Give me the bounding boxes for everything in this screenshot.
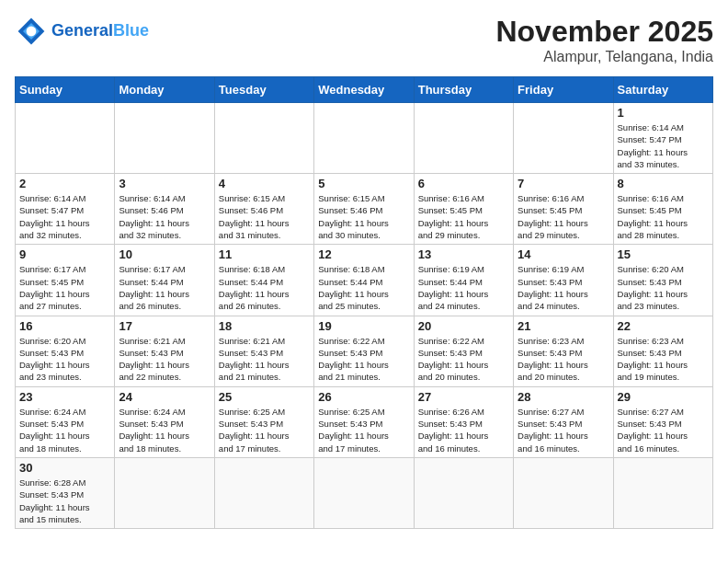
calendar-cell: 24Sunrise: 6:24 AM Sunset: 5:43 PM Dayli…: [115, 386, 214, 457]
day-info: Sunrise: 6:20 AM Sunset: 5:43 PM Dayligh…: [19, 335, 110, 384]
day-info: Sunrise: 6:18 AM Sunset: 5:44 PM Dayligh…: [219, 263, 310, 312]
day-info: Sunrise: 6:14 AM Sunset: 5:47 PM Dayligh…: [19, 192, 110, 241]
logo-blue: Blue: [113, 21, 149, 40]
day-info: Sunrise: 6:21 AM Sunset: 5:43 PM Dayligh…: [119, 335, 210, 384]
page-header: GeneralBlue November 2025 Alampur, Telan…: [15, 15, 713, 65]
calendar-cell: [414, 457, 513, 528]
day-info: Sunrise: 6:20 AM Sunset: 5:43 PM Dayligh…: [618, 263, 709, 312]
calendar-cell: [314, 457, 414, 528]
day-number: 20: [418, 319, 509, 333]
calendar-cell: 3Sunrise: 6:14 AM Sunset: 5:46 PM Daylig…: [115, 174, 214, 245]
day-info: Sunrise: 6:14 AM Sunset: 5:47 PM Dayligh…: [618, 121, 709, 170]
weekday-header: Sunday: [16, 77, 115, 103]
weekday-header: Friday: [514, 77, 613, 103]
day-number: 6: [418, 177, 509, 190]
calendar-cell: [115, 457, 214, 528]
calendar-cell: 30Sunrise: 6:28 AM Sunset: 5:43 PM Dayli…: [16, 457, 115, 528]
day-number: 7: [518, 177, 609, 190]
day-number: 17: [119, 319, 210, 333]
calendar-cell: 13Sunrise: 6:19 AM Sunset: 5:44 PM Dayli…: [414, 245, 513, 316]
svg-point-3: [27, 27, 37, 37]
day-number: 9: [19, 247, 110, 261]
calendar-cell: 4Sunrise: 6:15 AM Sunset: 5:46 PM Daylig…: [214, 174, 313, 245]
calendar-cell: [214, 457, 313, 528]
calendar-cell: 6Sunrise: 6:16 AM Sunset: 5:45 PM Daylig…: [414, 174, 513, 245]
weekday-header: Monday: [115, 77, 214, 103]
day-info: Sunrise: 6:25 AM Sunset: 5:43 PM Dayligh…: [219, 406, 310, 454]
day-info: Sunrise: 6:15 AM Sunset: 5:46 PM Dayligh…: [219, 192, 310, 241]
calendar-cell: 21Sunrise: 6:23 AM Sunset: 5:43 PM Dayli…: [514, 316, 613, 386]
logo-general: General: [51, 21, 113, 40]
location-title: Alampur, Telangana, India: [495, 49, 713, 65]
weekday-header: Tuesday: [214, 77, 313, 103]
calendar-week-row: 1Sunrise: 6:14 AM Sunset: 5:47 PM Daylig…: [16, 103, 713, 174]
weekday-header: Wednesday: [314, 77, 414, 103]
calendar-cell: [613, 457, 712, 528]
calendar-cell: [514, 457, 613, 528]
day-info: Sunrise: 6:27 AM Sunset: 5:43 PM Dayligh…: [618, 406, 709, 454]
month-title: November 2025: [495, 15, 713, 49]
day-number: 5: [318, 177, 409, 190]
calendar-week-row: 9Sunrise: 6:17 AM Sunset: 5:45 PM Daylig…: [16, 245, 713, 316]
calendar-cell: 23Sunrise: 6:24 AM Sunset: 5:43 PM Dayli…: [16, 386, 115, 457]
day-number: 29: [618, 390, 709, 404]
day-number: 3: [119, 177, 210, 190]
calendar-cell: 11Sunrise: 6:18 AM Sunset: 5:44 PM Dayli…: [214, 245, 313, 316]
calendar-cell: 27Sunrise: 6:26 AM Sunset: 5:43 PM Dayli…: [414, 386, 513, 457]
day-info: Sunrise: 6:21 AM Sunset: 5:43 PM Dayligh…: [219, 335, 310, 384]
day-info: Sunrise: 6:15 AM Sunset: 5:46 PM Dayligh…: [318, 192, 409, 241]
calendar-cell: 15Sunrise: 6:20 AM Sunset: 5:43 PM Dayli…: [613, 245, 712, 316]
calendar-cell: [115, 103, 214, 174]
calendar-cell: 18Sunrise: 6:21 AM Sunset: 5:43 PM Dayli…: [214, 316, 313, 386]
weekday-header: Thursday: [414, 77, 513, 103]
calendar-cell: 22Sunrise: 6:23 AM Sunset: 5:43 PM Dayli…: [613, 316, 712, 386]
day-info: Sunrise: 6:17 AM Sunset: 5:45 PM Dayligh…: [19, 263, 110, 312]
day-info: Sunrise: 6:16 AM Sunset: 5:45 PM Dayligh…: [518, 192, 609, 241]
calendar-cell: [214, 103, 313, 174]
day-info: Sunrise: 6:28 AM Sunset: 5:43 PM Dayligh…: [19, 477, 110, 525]
day-number: 21: [518, 319, 609, 333]
day-number: 2: [19, 177, 110, 190]
calendar-cell: 5Sunrise: 6:15 AM Sunset: 5:46 PM Daylig…: [314, 174, 414, 245]
day-number: 23: [19, 390, 110, 404]
day-info: Sunrise: 6:22 AM Sunset: 5:43 PM Dayligh…: [418, 335, 509, 384]
calendar-cell: 17Sunrise: 6:21 AM Sunset: 5:43 PM Dayli…: [115, 316, 214, 386]
calendar-cell: 8Sunrise: 6:16 AM Sunset: 5:45 PM Daylig…: [613, 174, 712, 245]
day-number: 19: [318, 319, 409, 333]
calendar-cell: 7Sunrise: 6:16 AM Sunset: 5:45 PM Daylig…: [514, 174, 613, 245]
day-number: 27: [418, 390, 509, 404]
day-number: 14: [518, 247, 609, 261]
calendar-cell: [514, 103, 613, 174]
day-info: Sunrise: 6:16 AM Sunset: 5:45 PM Dayligh…: [618, 192, 709, 241]
calendar-week-row: 30Sunrise: 6:28 AM Sunset: 5:43 PM Dayli…: [16, 457, 713, 528]
calendar-cell: [414, 103, 513, 174]
calendar-cell: 10Sunrise: 6:17 AM Sunset: 5:44 PM Dayli…: [115, 245, 214, 316]
day-number: 28: [518, 390, 609, 404]
day-number: 26: [318, 390, 409, 404]
day-info: Sunrise: 6:17 AM Sunset: 5:44 PM Dayligh…: [119, 263, 210, 312]
logo-icon: [15, 15, 48, 48]
day-number: 18: [219, 319, 310, 333]
day-info: Sunrise: 6:22 AM Sunset: 5:43 PM Dayligh…: [318, 335, 409, 384]
day-info: Sunrise: 6:23 AM Sunset: 5:43 PM Dayligh…: [618, 335, 709, 384]
logo: GeneralBlue: [15, 15, 149, 48]
day-info: Sunrise: 6:24 AM Sunset: 5:43 PM Dayligh…: [19, 406, 110, 454]
calendar-cell: 19Sunrise: 6:22 AM Sunset: 5:43 PM Dayli…: [314, 316, 414, 386]
weekday-header: Saturday: [613, 77, 712, 103]
weekday-header-row: SundayMondayTuesdayWednesdayThursdayFrid…: [16, 77, 713, 103]
calendar-cell: 25Sunrise: 6:25 AM Sunset: 5:43 PM Dayli…: [214, 386, 313, 457]
title-block: November 2025 Alampur, Telangana, India: [495, 15, 713, 65]
day-number: 15: [618, 247, 709, 261]
calendar-table: SundayMondayTuesdayWednesdayThursdayFrid…: [15, 76, 713, 529]
calendar-cell: 1Sunrise: 6:14 AM Sunset: 5:47 PM Daylig…: [613, 103, 712, 174]
day-info: Sunrise: 6:25 AM Sunset: 5:43 PM Dayligh…: [318, 406, 409, 454]
calendar-cell: 26Sunrise: 6:25 AM Sunset: 5:43 PM Dayli…: [314, 386, 414, 457]
calendar-cell: 20Sunrise: 6:22 AM Sunset: 5:43 PM Dayli…: [414, 316, 513, 386]
day-number: 12: [318, 247, 409, 261]
day-number: 11: [219, 247, 310, 261]
day-info: Sunrise: 6:27 AM Sunset: 5:43 PM Dayligh…: [518, 406, 609, 454]
calendar-cell: 2Sunrise: 6:14 AM Sunset: 5:47 PM Daylig…: [16, 174, 115, 245]
calendar-cell: 28Sunrise: 6:27 AM Sunset: 5:43 PM Dayli…: [514, 386, 613, 457]
day-info: Sunrise: 6:16 AM Sunset: 5:45 PM Dayligh…: [418, 192, 509, 241]
calendar-cell: 9Sunrise: 6:17 AM Sunset: 5:45 PM Daylig…: [16, 245, 115, 316]
